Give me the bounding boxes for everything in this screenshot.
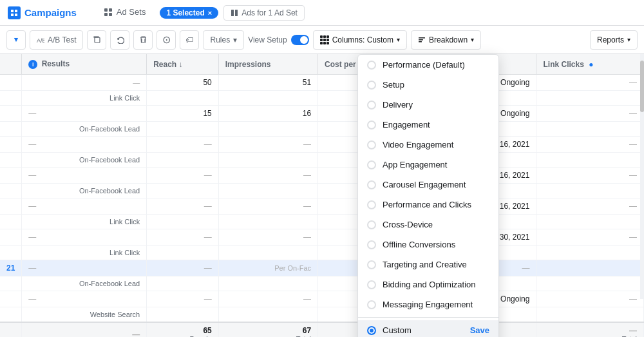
dropdown-item-setup[interactable]: Setup: [358, 75, 498, 95]
scroll-thumb[interactable]: [640, 61, 644, 112]
view-setup-toggle[interactable]: View Setup: [248, 35, 309, 45]
columns-icon: [320, 35, 329, 44]
svg-rect-11: [95, 37, 100, 43]
campaigns-title: Campaigns: [24, 7, 77, 18]
radio-engagement[interactable]: [367, 120, 376, 130]
radio-bidding[interactable]: [367, 280, 376, 289]
selected-count: 1 Selected: [166, 8, 204, 17]
radio-custom[interactable]: [367, 326, 376, 335]
breakdown-button[interactable]: Breakdown ▾: [411, 30, 481, 50]
columns-button[interactable]: Columns: Custom ▾: [313, 30, 407, 50]
radio-carousel[interactable]: [367, 180, 376, 189]
adsets-icon: [104, 8, 113, 17]
radio-video-engagement[interactable]: [367, 140, 376, 149]
svg-rect-1: [15, 10, 17, 12]
table-row: Link Click: [0, 91, 644, 106]
breakdown-icon: [418, 36, 426, 44]
delete-button[interactable]: [133, 30, 153, 50]
radio-messaging[interactable]: [367, 300, 376, 309]
clear-selection-button[interactable]: ×: [208, 9, 212, 17]
undo-button[interactable]: [110, 30, 129, 50]
svg-rect-12: [419, 37, 425, 39]
radio-cross-device[interactable]: [367, 220, 376, 229]
radio-targeting[interactable]: [367, 260, 376, 269]
dropdown-item-custom[interactable]: Custom Save: [358, 320, 498, 337]
th-impressions[interactable]: Impressions: [218, 54, 317, 75]
th-link-clicks[interactable]: Link Clicks ●: [536, 54, 644, 75]
table-row: On-Facebook Lead: [0, 276, 644, 291]
svg-rect-8: [231, 10, 234, 16]
trash-icon: [139, 35, 147, 44]
rules-button[interactable]: Rules ▾: [203, 30, 244, 50]
dropdown-item-bidding[interactable]: Bidding and Optimization: [358, 274, 498, 294]
svg-rect-13: [419, 39, 423, 41]
table-row: — — — P May 16, 2021 —: [0, 198, 644, 215]
radio-performance[interactable]: [367, 61, 376, 70]
table-row: On-Facebook Lead: [0, 153, 644, 168]
reports-button[interactable]: Reports ▾: [590, 30, 638, 50]
ads-for-adset-button[interactable]: Ads for 1 Ad Set: [223, 5, 305, 21]
selected-badge[interactable]: 1 Selected ×: [160, 7, 218, 19]
svg-rect-4: [104, 8, 108, 12]
radio-delivery[interactable]: [367, 101, 376, 110]
more-button[interactable]: ⊙: [156, 30, 176, 50]
dropdown-item-app-engagement[interactable]: App Engagement: [358, 155, 498, 175]
table-row: Website Search: [0, 307, 644, 323]
dropdown-item-targeting[interactable]: Targeting and Creative: [358, 255, 498, 274]
dropdown-item-carousel[interactable]: Carousel Engagement: [358, 175, 498, 195]
tab-adsets-label: Ad Sets: [117, 7, 146, 17]
radio-performance-clicks[interactable]: [367, 200, 376, 209]
th-results[interactable]: i Results: [22, 54, 147, 75]
tag-button[interactable]: 🏷: [180, 30, 199, 50]
dropdown-item-delivery[interactable]: Delivery: [358, 95, 498, 115]
filter-button[interactable]: ▾: [6, 30, 26, 50]
radio-offline-conversions[interactable]: [367, 240, 376, 249]
table-row: Link Click: [0, 215, 644, 229]
ab-test-button[interactable]: A/B A/B Test: [30, 30, 83, 50]
results-info-icon[interactable]: i: [28, 60, 37, 69]
top-nav: Campaigns Ad Sets 1 Selected × Ads for 1…: [0, 0, 644, 26]
th-expand: [0, 54, 22, 75]
data-table: i Results Reach ↓ Impressions Cost per R…: [0, 54, 644, 337]
svg-rect-0: [11, 10, 14, 12]
duplicate-button[interactable]: [87, 30, 106, 50]
vertical-scrollbar[interactable]: [640, 54, 644, 299]
table-row: — — — Per On-Fac May 16, 2021 —: [0, 168, 644, 184]
svg-rect-14: [419, 41, 422, 43]
svg-rect-9: [235, 10, 238, 16]
svg-rect-2: [11, 14, 14, 16]
dropdown-divider: [358, 317, 498, 318]
view-setup-switch[interactable]: [291, 35, 309, 45]
table-row: 21 — — Per On-Fac Mar 28, 2021 —: [0, 260, 644, 276]
ads-icon: [231, 9, 238, 17]
facebook-icon: [8, 6, 21, 19]
table-row: — — — Apr 30, 2021 —: [0, 229, 644, 246]
th-reach[interactable]: Reach ↓: [147, 54, 219, 75]
table-row: On-Facebook Lead: [0, 184, 644, 198]
ads-adset-label: Ads for 1 Ad Set: [242, 8, 298, 17]
save-columns-button[interactable]: Save: [470, 325, 489, 335]
svg-rect-7: [109, 13, 112, 16]
svg-rect-6: [104, 13, 108, 16]
table-row: — 15 16 Per On-Fac Ongoing —: [0, 106, 644, 122]
table-row: Link Click P: [0, 246, 644, 260]
tab-adsets[interactable]: Ad Sets: [95, 0, 155, 26]
toolbar: ▾ A/B A/B Test ⊙ 🏷 Rules ▾ View Setup: [0, 26, 644, 54]
columns-dropdown: Performance (Default) Setup Delivery Eng…: [357, 54, 499, 337]
radio-setup[interactable]: [367, 81, 376, 90]
table-row: — 50 51 P Ongoing —: [0, 75, 644, 91]
table-header-row: i Results Reach ↓ Impressions Cost per R…: [0, 54, 644, 75]
dropdown-item-engagement[interactable]: Engagement: [358, 115, 498, 135]
radio-app-engagement[interactable]: [367, 160, 376, 169]
dropdown-item-cross-device[interactable]: Cross-Device: [358, 215, 498, 235]
dropdown-item-performance-clicks[interactable]: Performance and Clicks: [358, 195, 498, 215]
ab-test-icon: A/B: [37, 36, 44, 44]
dropdown-item-messaging[interactable]: Messaging Engagement: [358, 294, 498, 314]
dropdown-item-video-engagement[interactable]: Video Engagement: [358, 135, 498, 155]
dropdown-item-offline-conversions[interactable]: Offline Conversions: [358, 235, 498, 255]
nav-logo[interactable]: Campaigns: [8, 6, 77, 19]
table-row: — — — Per On-Fac May 16, 2021 —: [0, 137, 644, 153]
copy-icon: [93, 35, 101, 44]
dropdown-item-performance[interactable]: Performance (Default): [358, 55, 498, 75]
table-row: On-Facebook Lead: [0, 122, 644, 137]
